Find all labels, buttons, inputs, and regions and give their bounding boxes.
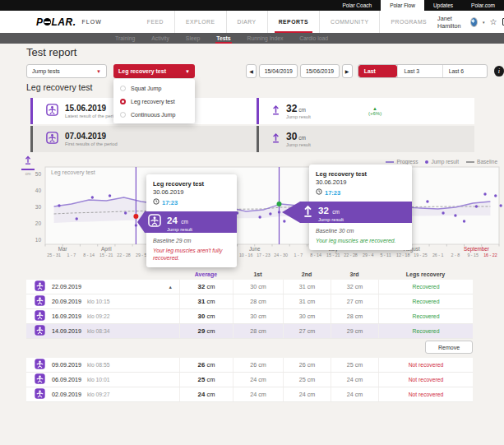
nav-item-explore[interactable]: EXPLORE [174, 11, 226, 33]
row-date: 20.09.2019 [52, 298, 81, 305]
jump-result-dot[interactable] [475, 205, 478, 207]
user-name[interactable]: Janet Hamilton [437, 15, 465, 30]
test-type-dropdown[interactable]: Leg recovery test ▼ [113, 64, 195, 78]
preset-last-6-months[interactable]: Last 6 months [442, 65, 487, 77]
test-category-value: Jump tests [32, 68, 60, 74]
cell-1st: 24 cm [233, 373, 283, 387]
favorites-star-icon[interactable]: ☆ [490, 17, 497, 26]
column-header-3rd[interactable]: 3rd [331, 271, 378, 277]
cell-3rd: 32 cm [331, 280, 378, 294]
nav-item-reports[interactable]: REPORTS [267, 11, 319, 33]
jump-test-icon [46, 132, 58, 147]
jump-height-icon [25, 153, 31, 167]
column-header-2nd[interactable]: 2nd [283, 271, 331, 277]
selected-test-marker[interactable] [276, 202, 281, 206]
jump-result-dot[interactable] [135, 224, 137, 226]
nav-item-programs[interactable]: PROGRAMS [379, 11, 437, 33]
summary-first-caption: First results of the period [65, 141, 118, 146]
jump-test-icon [35, 387, 45, 402]
jump-result-dot[interactable] [283, 220, 285, 222]
start-date-input[interactable]: 15/04/2019 [259, 64, 298, 78]
dropdown-option-leg-recovery-test[interactable]: Leg recovery test [113, 95, 195, 108]
previous-period-button[interactable]: ◀ [246, 64, 257, 78]
subnav-item-cardio-load[interactable]: Cardio load [291, 33, 336, 44]
summary-latest-result-cell: 32 cm Jump result ▲ (+6%) [257, 98, 474, 124]
cell-2nd: 24 cm [283, 387, 331, 401]
info-icon[interactable]: i [494, 66, 504, 76]
dropdown-option-squat-jump[interactable]: Squat Jump [113, 81, 195, 95]
site-tab-updates[interactable]: Updates [424, 0, 462, 11]
table-row[interactable]: 06.09.2019klo 10:0125 cm24 cm25 cm24 cmN… [26, 373, 473, 387]
table-row[interactable]: 09.09.2019klo 08:5526 cm26 cm26 cm25 cmN… [26, 358, 473, 373]
test-category-dropdown[interactable]: Jump tests ▼ [26, 64, 107, 78]
jump-test-icon [35, 309, 45, 324]
subnav-item-tests[interactable]: Tests [208, 33, 238, 44]
column-header-1st[interactable]: 1st [233, 271, 283, 277]
month-label: Mar [58, 246, 67, 252]
next-period-button[interactable]: ▶ [342, 64, 353, 78]
cell-average: 24 cm [179, 387, 233, 401]
jump-result-dot[interactable] [269, 212, 271, 215]
jump-result-dot[interactable] [442, 211, 444, 214]
sort-ascending-icon[interactable]: ▲ [169, 285, 173, 290]
subnav-item-activity[interactable]: Activity [143, 33, 178, 44]
status-badge: Not recovered [409, 392, 444, 397]
nav-item-community[interactable]: COMMUNITY [319, 11, 379, 33]
clock-icon [153, 198, 160, 206]
jump-result-dot[interactable] [494, 194, 497, 197]
jump-result-dot[interactable] [58, 204, 60, 206]
table-row[interactable]: 16.09.2019klo 09:2230 cm30 cm30 cm28 cmR… [26, 309, 473, 324]
preset-last-3-months[interactable]: Last 3 months [397, 65, 442, 77]
chart-unit-selector[interactable]: cm [21, 153, 35, 176]
avatar[interactable] [470, 17, 478, 27]
nav-item-diary[interactable]: DIARY [226, 11, 267, 33]
chart-tooltip-24cm: Leg recovery test 30.06.2019 17:23 24 cm… [146, 174, 237, 267]
tooltip-baseline: Baseline 30 cm [309, 223, 412, 234]
subnav-item-running-index[interactable]: Running Index [239, 33, 292, 44]
jump-result-dot[interactable] [124, 211, 127, 214]
preset-last-month[interactable]: Last month [358, 65, 398, 77]
column-header-average[interactable]: Average [179, 271, 233, 277]
section-title: Leg recovery test [26, 82, 93, 92]
nav-item-feed[interactable]: FEED [136, 11, 174, 33]
user-menu-caret-icon[interactable]: ▾ [483, 20, 485, 25]
week-label: 25 - 31 [47, 253, 61, 257]
jump-result-dot[interactable] [109, 194, 111, 197]
column-header-legs-recovery[interactable]: Legs recovery [378, 271, 473, 277]
site-tab-polar-com[interactable]: Polar.com [462, 0, 504, 11]
row-date: 14.09.2019 [52, 327, 81, 335]
radio-icon [120, 112, 126, 118]
jump-result-dot[interactable] [76, 217, 78, 220]
subnav-item-training[interactable]: Training [107, 33, 143, 44]
summary-row-first[interactable]: 07.04.2019 First results of the period 3… [30, 126, 474, 152]
remove-button[interactable]: Remove [425, 341, 473, 354]
week-label: 1 - 7 [294, 253, 303, 257]
jump-result-dot[interactable] [278, 211, 280, 213]
jump-result-dot[interactable] [483, 192, 486, 195]
row-time: klo 09:27 [87, 392, 110, 397]
date-range-controls: ◀ 15/04/2019 15/06/2019 ▶ Last monthLast… [246, 64, 504, 78]
tooltip-title: Leg recovery test [316, 170, 405, 178]
summary-row-latest[interactable]: 15.06.2019 Latest result of the period 3… [30, 98, 474, 124]
end-date-input[interactable]: 15/06/2019 [300, 64, 339, 78]
table-row[interactable]: 22.09.2019▲32 cm30 cm31 cm32 cmRecovered [26, 280, 473, 294]
jump-result-dot[interactable] [91, 196, 94, 198]
jump-result-dot[interactable] [258, 216, 261, 218]
jump-test-icon [148, 214, 161, 230]
dropdown-option-continuous-jump[interactable]: Continuous Jump [113, 108, 195, 121]
table-row[interactable]: 02.09.2019klo 09:2724 cm24 cm24 cm24 cmN… [26, 387, 473, 402]
month-label: June [249, 246, 261, 252]
jump-result-dot[interactable] [499, 204, 502, 206]
table-row[interactable]: 20.09.2019klo 10:1531 cm28 cm31 cm27 cmR… [26, 294, 473, 309]
y-tick-label: 10 [35, 237, 42, 243]
table-row[interactable]: 14.09.2019klo 08:3429 cm28 cm27 cm29 cmR… [26, 324, 473, 339]
selected-test-marker[interactable] [133, 214, 138, 219]
jump-result-dot[interactable] [463, 220, 465, 222]
jump-result-dot[interactable] [426, 200, 428, 202]
site-tab-polar-coach[interactable]: Polar Coach [333, 0, 381, 11]
subnav-item-sleep[interactable]: Sleep [178, 33, 208, 44]
progress-chart[interactable]: Leg recovery test504030201025 - 311 - 78… [0, 156, 504, 268]
jump-result-dot[interactable] [454, 214, 456, 216]
site-tab-polar-flow[interactable]: Polar Flow [381, 0, 424, 11]
polar-logo[interactable]: PLAR. FLOW [36, 16, 102, 28]
